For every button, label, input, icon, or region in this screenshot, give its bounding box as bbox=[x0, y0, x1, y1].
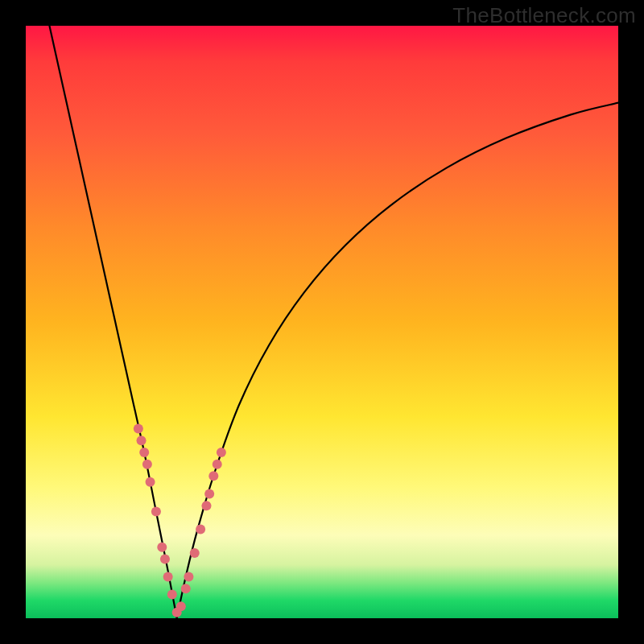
data-marker bbox=[151, 507, 161, 517]
data-marker bbox=[190, 548, 200, 558]
data-marker bbox=[137, 436, 147, 445]
data-marker bbox=[160, 554, 170, 564]
curve-right-branch bbox=[177, 103, 618, 618]
data-marker bbox=[208, 471, 218, 481]
data-marker bbox=[134, 423, 143, 433]
data-marker bbox=[204, 489, 214, 498]
chart-frame: TheBottleneck.com bbox=[0, 0, 644, 644]
data-marker bbox=[184, 572, 193, 581]
data-marker bbox=[217, 448, 226, 457]
data-marker bbox=[196, 525, 205, 535]
data-marker bbox=[213, 460, 222, 469]
data-marker bbox=[181, 584, 191, 593]
chart-svg bbox=[26, 26, 618, 618]
data-marker bbox=[201, 501, 211, 510]
data-marker bbox=[142, 460, 152, 469]
data-marker bbox=[139, 448, 149, 457]
plot-area bbox=[26, 26, 618, 618]
marker-group bbox=[134, 423, 226, 617]
curve-left-branch bbox=[49, 26, 176, 618]
data-marker bbox=[157, 543, 167, 552]
watermark-text: TheBottleneck.com bbox=[452, 3, 636, 28]
data-marker bbox=[167, 590, 177, 600]
data-marker bbox=[163, 572, 173, 581]
data-marker bbox=[146, 477, 155, 487]
data-marker bbox=[176, 601, 186, 611]
